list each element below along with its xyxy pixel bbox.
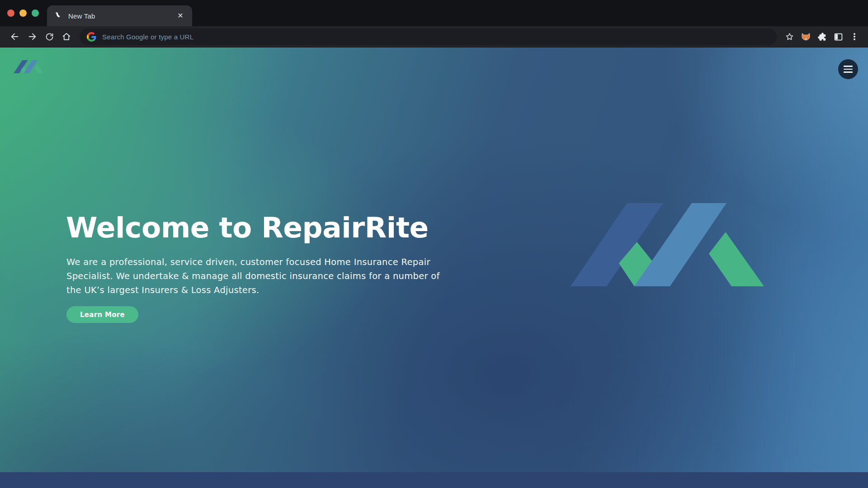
repairrite-logo[interactable] — [14, 60, 43, 73]
forward-arrow-icon[interactable] — [24, 28, 41, 45]
page-title: Welcome to RepairRite — [66, 211, 429, 245]
repairrite-logo-large — [571, 203, 764, 286]
address-input[interactable] — [102, 33, 769, 41]
bookmark-star-icon[interactable] — [781, 28, 797, 45]
back-arrow-icon[interactable] — [6, 28, 24, 45]
window-close-button[interactable] — [7, 9, 14, 17]
learn-more-button[interactable]: Learn More — [66, 306, 138, 323]
hero-description-line: the UK’s largest Insurers & Loss Adjuste… — [66, 283, 440, 297]
tab-strip: New Tab ✕ — [0, 0, 868, 26]
toolbar-right-icons — [781, 28, 863, 45]
home-icon[interactable] — [58, 28, 75, 45]
google-g-icon — [87, 32, 96, 42]
next-section-strip — [0, 472, 868, 488]
webpage-hero-section: Welcome to RepairRite We are a professio… — [0, 47, 868, 488]
window-controls — [7, 9, 39, 17]
hero-description: We are a professional, service driven, c… — [66, 255, 440, 297]
fox-extension-icon[interactable] — [797, 28, 814, 45]
menu-dots-icon[interactable] — [846, 28, 863, 45]
hook-icon — [53, 11, 62, 20]
window-maximize-button[interactable] — [32, 9, 39, 17]
hamburger-icon[interactable] — [838, 59, 858, 79]
tab-close-button[interactable]: ✕ — [175, 10, 186, 21]
hero-description-line: Specialist. We undertake & manage all do… — [66, 269, 440, 283]
browser-toolbar — [0, 26, 868, 47]
hero-description-line: We are a professional, service driven, c… — [66, 255, 440, 269]
extensions-puzzle-icon[interactable] — [814, 28, 830, 45]
window-minimize-button[interactable] — [19, 9, 27, 17]
omnibox[interactable] — [80, 28, 777, 45]
reload-icon[interactable] — [41, 28, 58, 45]
tab-title: New Tab — [68, 12, 95, 20]
browser-tab[interactable]: New Tab ✕ — [47, 5, 192, 26]
side-panel-icon[interactable] — [830, 28, 846, 45]
